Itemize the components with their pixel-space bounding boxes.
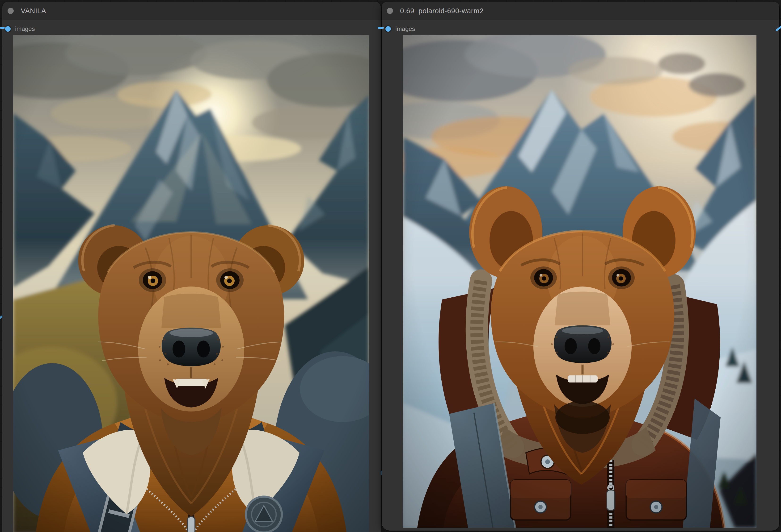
image-preview[interactable] — [403, 35, 756, 528]
node-polaroid-690-warm2[interactable]: 0.69 polaroid-690-warm2 images — [382, 2, 779, 531]
node-title-bar[interactable]: 0.69 polaroid-690-warm2 — [382, 2, 779, 20]
collapse-dot-icon[interactable] — [7, 8, 14, 14]
node-title-bar[interactable]: VANILA — [2, 2, 381, 20]
node-graph-canvas[interactable]: VANILA images — [0, 0, 781, 532]
node-title: VANILA — [21, 7, 46, 15]
node-vanila[interactable]: VANILA images — [2, 2, 381, 532]
input-slot-label: images — [395, 25, 415, 33]
input-slot-label: images — [15, 25, 35, 33]
input-slot-images-icon[interactable] — [5, 26, 11, 32]
collapse-dot-icon[interactable] — [387, 8, 393, 14]
input-slot-images-icon[interactable] — [385, 26, 391, 32]
image-preview[interactable] — [13, 35, 369, 532]
node-title: 0.69 polaroid-690-warm2 — [400, 7, 484, 15]
bear-portrait-warm-illustration — [13, 35, 369, 532]
bear-portrait-polaroid-illustration — [403, 35, 756, 528]
link-wire-images-right — [378, 27, 384, 29]
